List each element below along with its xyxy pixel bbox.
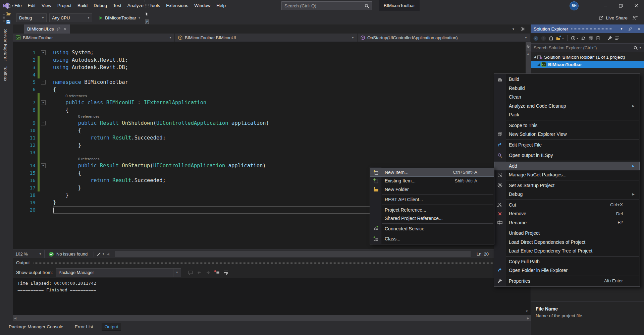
tree-expander-icon[interactable]: ◢ [536,63,541,66]
code-line-3[interactable]: using Autodesk.Revit.DB; [53,64,525,71]
live-share-button[interactable]: Live Share [598,15,628,20]
menu-item-edit-project-file[interactable]: Edit Project File [494,141,640,150]
fold-marker[interactable]: − [41,121,46,125]
tool-tab-output[interactable]: Output [102,323,121,330]
menu-item-rename[interactable]: RenameF2 [494,218,640,227]
refresh-icon[interactable] [581,36,586,41]
menu-item-analyze-and-code-cleanup[interactable]: Analyze and Code Cleanup▶ [494,102,640,111]
scroll-left-icon[interactable]: ◀ [105,252,111,256]
menu-item-build[interactable]: Build [494,75,640,84]
previous-message-icon[interactable] [197,270,202,275]
menubar-item-project[interactable]: Project [54,0,74,11]
panel-drag-grip[interactable] [571,28,612,30]
codelens-references[interactable]: 0 references [53,114,531,119]
properties-icon[interactable] [607,36,612,41]
output-horizontal-scrollbar[interactable]: ◀ ▶ [13,315,531,321]
fold-marker[interactable]: − [41,100,46,105]
tab-toolbox[interactable]: Toolbox [3,66,8,81]
start-debugging-button[interactable]: BIMiconToolbar ▼ [98,15,141,20]
home-icon[interactable] [548,36,554,41]
back-icon[interactable] [533,36,539,41]
menu-item-open-output-in-ilspy[interactable]: Open output in ILSpy [494,151,640,160]
new-solution-explorer-view-icon[interactable] [588,36,593,41]
code-line-11[interactable]: return Result.Succeeded; [53,134,525,142]
close-tab-icon[interactable] [63,27,67,31]
scroll-right-icon[interactable]: ▶ [527,317,529,320]
menubar-item-debug[interactable]: Debug [91,0,110,11]
toolbar-grip[interactable] [1,14,5,21]
menubar-item-test[interactable]: Test [110,0,124,11]
panel-drag-grip[interactable] [33,262,527,264]
breadcrumb-onstartup-uicontrolledapplication-application[interactable]: OnStartup(UIControlledApplication applic… [358,34,531,42]
breadcrumb-bimicontoolbar-bimiconui[interactable]: BIMiconToolbar.BIMiconUI▼ [175,34,358,42]
code-line-5[interactable]: namespace BIMiconToolbar [53,78,525,86]
next-message-icon[interactable] [205,270,211,275]
fold-marker[interactable]: − [41,80,46,85]
editor-options-gear-icon[interactable] [520,26,525,32]
code-line-9[interactable]: public Result OnShutdown(UIControlledApp… [53,119,525,127]
solution-configuration-select[interactable]: Debug▼ [16,13,47,22]
menubar-item-edit[interactable]: Edit [25,0,39,11]
sync-with-active-document-icon[interactable]: ▼ [556,36,564,41]
tab-bimiconui-cs[interactable]: BIMiconUI.cs [24,24,70,34]
menubar-item-build[interactable]: Build [74,0,91,11]
editor-horizontal-scrollbar[interactable] [115,251,471,257]
code-line-10[interactable]: { [53,127,525,134]
quick-search-input[interactable]: Search (Ctrl+Q) [281,1,372,10]
messages-icon[interactable] [188,270,193,275]
menu-item-set-as-startup-project[interactable]: Set as Startup Project [494,181,640,190]
tool-tab-package-manager-console[interactable]: Package Manager Console [6,323,66,330]
close-icon[interactable] [636,27,642,31]
account-avatar[interactable]: BH [570,1,579,10]
codelens-references[interactable]: 0 references [53,156,531,162]
code-line-12[interactable]: } [53,142,525,149]
forward-icon[interactable] [541,36,546,41]
menu-item-unload-project[interactable]: Unload Project [494,229,640,238]
code-line-6[interactable]: { [53,86,525,93]
menubar-item-window[interactable]: Window [191,0,213,11]
search-icon[interactable] [364,3,372,8]
submenu-item-new-item[interactable]: New Item...Ctrl+Shift+A [370,168,494,177]
new-file-icon[interactable]: ▼ [5,2,15,10]
tool-tab-error-list[interactable]: Error List [72,323,96,330]
zoom-level-select[interactable]: 102 % ▼ [13,250,45,258]
minimize-button[interactable] [598,0,613,11]
menu-item-open-folder-in-file-explorer[interactable]: Open Folder in File Explorer [494,266,640,275]
tab-server-explorer[interactable]: Server Explorer [3,29,8,61]
tree-item-bimicontoolbar[interactable]: ◢C#BIMiconToolbar [531,61,644,68]
menu-item-new-solution-explorer-view[interactable]: New Solution Explorer View [494,130,640,139]
menu-item-rebuild[interactable]: Rebuild [494,84,640,93]
output-text-area[interactable]: Time Elapsed: 00:00:00.2011742==========… [13,278,531,315]
menu-item-cut[interactable]: CutCtrl+X [494,201,640,210]
menu-item-debug[interactable]: Debug▶ [494,190,640,199]
menu-item-add[interactable]: Add▶ [494,162,640,171]
code-line-7[interactable]: public class BIMiconUI : IExternalApplic… [53,99,525,106]
codelens-references[interactable]: 0 references [53,93,531,99]
fold-marker[interactable]: − [41,163,46,168]
submenu-item-class[interactable]: Class... [370,235,494,243]
pin-icon[interactable] [56,27,61,31]
pin-icon[interactable] [627,27,633,31]
cursor-icon[interactable] [143,10,154,18]
solution-explorer-header[interactable]: Solution Explorer ▼ [531,24,644,33]
code-line-13[interactable] [53,149,525,156]
menu-item-copy-full-path[interactable]: Copy Full Path [494,257,640,266]
breadcrumb-bimicontoolbar[interactable]: C#BIMiconToolbar▼ [13,34,175,42]
submenu-item-project-reference[interactable]: Project Reference... [370,206,494,214]
pending-changes-filter-icon[interactable]: ▼ [571,36,579,41]
menubar-item-help[interactable]: Help [213,0,229,11]
code-line-8[interactable]: { [53,106,525,114]
submenu-item-connected-service[interactable]: Connected Service [370,224,494,233]
code-line-2[interactable]: using Autodesk.Revit.UI; [53,56,525,64]
menu-item-load-entire-dependency-tree-of-project[interactable]: Load Entire Dependency Tree of Project [494,246,640,256]
menubar-item-view[interactable]: View [39,0,54,11]
feedback-icon[interactable] [632,15,638,21]
window-position-dropdown-icon[interactable]: ▼ [619,27,625,31]
submenu-item-existing-item[interactable]: Existing Item...Shift+Alt+A [370,177,494,185]
submenu-item-rest-api-client[interactable]: REST API Client... [370,196,494,204]
solution-platform-select[interactable]: Any CPU▼ [49,13,92,22]
tree-item-solution-bimicontoolbar-1-of-1-project[interactable]: ◢∞Solution 'BIMiconToolbar' (1 of 1 proj… [531,53,644,61]
grid-icon[interactable]: ▼ [143,2,154,10]
collapse-all-icon[interactable] [614,36,620,41]
menu-item-load-direct-dependencies-of-project[interactable]: Load Direct Dependencies of Project [494,238,640,247]
